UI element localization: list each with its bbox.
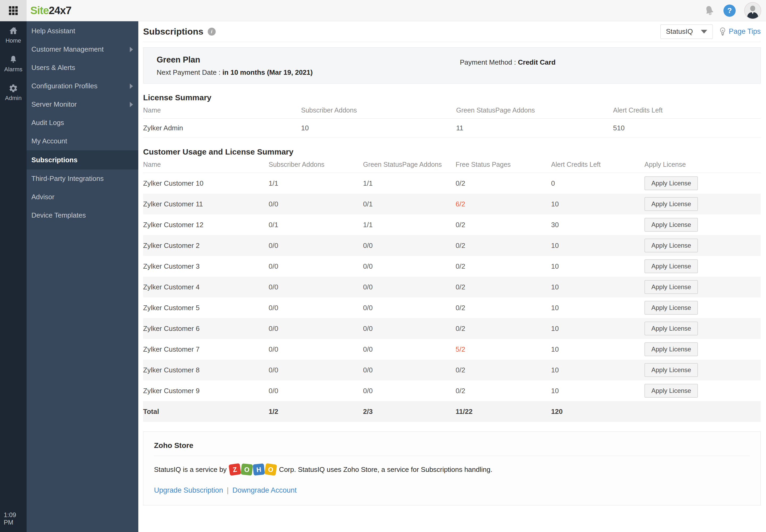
apply-license-button[interactable]: Apply License (644, 197, 698, 211)
cell-alert-credits-left: 10 (551, 262, 644, 271)
apply-license-button[interactable]: Apply License (644, 259, 698, 273)
column-header: Green StatusPage Addons (363, 161, 456, 168)
table-row: Zylker Customer 6 0/0 0/0 0/2 10 Apply L… (143, 318, 761, 339)
page-title: Subscriptions (143, 26, 203, 37)
apply-license-button[interactable]: Apply License (644, 176, 698, 190)
apply-license-button[interactable]: Apply License (644, 239, 698, 252)
statusiq-dropdown[interactable]: StatusIQ (660, 24, 713, 39)
customer-usage-title: Customer Usage and License Summary (143, 147, 761, 156)
zoho-store-box: Zoho Store StatusIQ is a service by Z O … (143, 431, 761, 505)
sidebar-item-label: Configuration Profiles (31, 82, 98, 90)
rail-item-home[interactable]: Home (0, 26, 27, 45)
clock-time: 1:09 PM (4, 511, 27, 526)
sidebar-item-advisor[interactable]: Advisor (27, 188, 138, 206)
total-row: Total 1/2 2/3 11/22 120 (143, 401, 761, 422)
upgrade-subscription-link[interactable]: Upgrade Subscription (154, 486, 223, 494)
cell-subscriber-addons: 0/1 (269, 221, 363, 229)
app-launcher-button[interactable] (0, 0, 27, 21)
info-icon[interactable]: i (208, 28, 216, 36)
site24x7-logo[interactable]: Site24x7 (30, 5, 71, 16)
zoho-logo-tile: H (253, 463, 265, 476)
table-row: Zylker Customer 11 0/0 0/1 6/2 10 Apply … (143, 194, 761, 214)
cell-green-statuspage-addons: 0/0 (363, 304, 456, 312)
cell-alert-credits-left: 10 (551, 304, 644, 312)
cell-free-status-pages: 0/2 (456, 387, 551, 395)
zoho-logo-tile: O (264, 463, 277, 476)
sidebar-item-subscriptions[interactable]: Subscriptions (27, 150, 138, 169)
cell-name: Zylker Customer 6 (143, 325, 269, 333)
next-payment-line: Next Payment Date : in 10 months (Mar 19… (157, 68, 760, 77)
plan-summary-box: Green Plan Next Payment Date : in 10 mon… (143, 47, 761, 84)
zoho-store-title: Zoho Store (154, 441, 750, 450)
downgrade-account-link[interactable]: Downgrade Account (232, 486, 297, 494)
zoho-text-before: StatusIQ is a service by (154, 465, 227, 474)
apply-license-button[interactable]: Apply License (644, 280, 698, 294)
cell-green-statuspage-addons: 0/0 (363, 366, 456, 374)
cell-alert-credits-left: 10 (551, 242, 644, 250)
next-payment-value: in 10 months (Mar 19, 2021) (222, 68, 313, 76)
apply-license-button[interactable]: Apply License (644, 363, 698, 377)
sidebar-item-label: Device Templates (31, 211, 86, 219)
icon-rail: Home Alarms Admin 1:09 PM (0, 21, 27, 532)
cell-green-statuspage-addons: 0/0 (363, 283, 456, 291)
chevron-down-icon (701, 30, 707, 34)
sidebar-item-label: Subscriptions (31, 156, 77, 164)
apply-license-button[interactable]: Apply License (644, 342, 698, 356)
sidebar-item-help-assistant[interactable]: Help Assistant (27, 22, 138, 40)
topbar-right: ? (704, 2, 766, 19)
cell-alert-credits-left: 510 (613, 124, 761, 132)
notifications-bell-icon[interactable] (703, 4, 716, 17)
table-row: Zylker Customer 12 0/1 1/1 0/2 30 Apply … (143, 214, 761, 235)
cell-green-statuspage-addons: 1/1 (363, 179, 456, 188)
payment-method-label: Payment Method : (460, 58, 516, 66)
column-header: Alert Credits Left (551, 161, 644, 168)
cell-name: Zylker Customer 3 (143, 262, 269, 271)
sidebar-item-customer-management[interactable]: Customer Management (27, 40, 138, 59)
sidebar-item-device-templates[interactable]: Device Templates (27, 206, 138, 225)
sidebar-item-third-party-integrations[interactable]: Third-Party Integrations (27, 169, 138, 188)
cell-free-status-pages: 5/2 (456, 345, 551, 354)
apply-license-button[interactable]: Apply License (644, 322, 698, 335)
page-tips-link[interactable]: Page Tips (719, 27, 761, 36)
rail-label-alarms: Alarms (4, 66, 22, 73)
cell-free-status-pages: 0/2 (456, 304, 551, 312)
sidebar-item-label: Customer Management (31, 45, 104, 53)
cell-green-statuspage-addons: 0/0 (363, 242, 456, 250)
table-row: Zylker Admin 10 11 510 (143, 119, 761, 138)
customer-table-body: Zylker Customer 10 1/1 1/1 0/2 0 Apply L… (143, 173, 761, 401)
rail-item-alarms[interactable]: Alarms (0, 54, 27, 73)
bulb-icon (719, 27, 727, 36)
cell-name: Zylker Customer 12 (143, 221, 269, 229)
sidebar-item-server-monitor[interactable]: Server Monitor (27, 95, 138, 114)
total-free-status-pages: 11/22 (456, 408, 551, 416)
cell-green-statuspage-addons: 0/0 (363, 325, 456, 333)
logo-24x7: 24x7 (49, 5, 71, 16)
apply-license-button[interactable]: Apply License (644, 301, 698, 315)
cell-subscriber-addons: 0/0 (269, 262, 363, 271)
sidebar-item-configuration-profiles[interactable]: Configuration Profiles (27, 77, 138, 95)
cell-name: Zylker Customer 9 (143, 387, 269, 395)
cell-green-statuspage-addons: 0/0 (363, 345, 456, 354)
sidebar-item-users-alerts[interactable]: Users & Alerts (27, 59, 138, 77)
cell-free-status-pages: 0/2 (456, 179, 551, 188)
dropdown-value: StatusIQ (666, 27, 693, 36)
page-tips-label: Page Tips (729, 27, 761, 36)
customer-usage-header: Name Subscriber Addons Green StatusPage … (143, 156, 761, 173)
next-payment-label: Next Payment Date : (157, 68, 220, 76)
apply-license-button[interactable]: Apply License (644, 384, 698, 398)
cell-subscriber-addons: 0/0 (269, 283, 363, 291)
plan-name: Green Plan (157, 55, 760, 65)
sidebar-item-my-account[interactable]: My Account (27, 132, 138, 150)
rail-item-admin[interactable]: Admin (0, 83, 27, 102)
table-row: Zylker Customer 5 0/0 0/0 0/2 10 Apply L… (143, 297, 761, 318)
sidebar-item-audit-logs[interactable]: Audit Logs (27, 114, 138, 132)
zoho-logo-tile: O (241, 463, 253, 476)
table-row: Zylker Customer 8 0/0 0/0 0/2 10 Apply L… (143, 360, 761, 380)
license-summary-header: Name Subscriber Addons Green StatusPage … (143, 102, 761, 119)
help-icon[interactable]: ? (723, 5, 736, 17)
cell-free-status-pages: 0/2 (456, 366, 551, 374)
apply-license-button[interactable]: Apply License (644, 218, 698, 232)
user-avatar[interactable] (744, 2, 761, 19)
topbar: Site24x7 ? (0, 0, 766, 21)
cell-alert-credits-left: 10 (551, 283, 644, 291)
